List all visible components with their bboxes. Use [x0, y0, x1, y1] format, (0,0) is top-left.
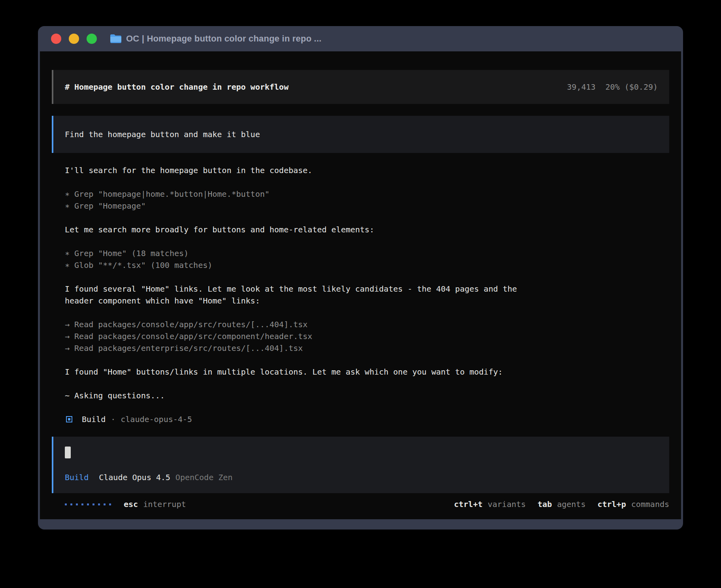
session-title: # Homepage button color change in repo w…: [65, 81, 289, 93]
variants-label: variants: [488, 498, 526, 510]
blank-line: [65, 236, 669, 247]
hint-commands: ctrl+p commands: [597, 498, 669, 510]
variants-key: ctrl+t: [454, 498, 482, 510]
assistant-text-line: I found "Home" buttons/links in multiple…: [65, 366, 669, 378]
input-mode-badge[interactable]: Build: [65, 471, 89, 483]
status-right: ctrl+t variants tab agents ctrl+p comman…: [454, 498, 669, 510]
file-read-line: → Read packages/console/app/src/componen…: [65, 330, 669, 342]
spinner-dot: [92, 503, 94, 505]
hint-variants: ctrl+t variants: [454, 498, 526, 510]
assistant-text-line: I found several "Home" links. Let me loo…: [65, 283, 669, 295]
assistant-text-line: Let me search more broadly for buttons a…: [65, 224, 669, 236]
text-cursor: [65, 447, 71, 458]
tool-call-line: ∗ Grep "Home" (18 matches): [65, 247, 669, 259]
session-stats: 39,413 20% ($0.29): [567, 81, 658, 93]
context-usage: 20% ($0.29): [606, 81, 658, 93]
hint-agents: tab agents: [538, 498, 585, 510]
blank-line: [65, 354, 669, 366]
agent-name: Build: [82, 413, 106, 425]
blank-line: [65, 307, 669, 318]
tool-call-line: ∗ Glob "**/*.tsx" (100 matches): [65, 259, 669, 271]
agents-label: agents: [557, 498, 585, 510]
minimize-button[interactable]: [69, 34, 79, 44]
prompt-input[interactable]: Build Claude Opus 4.5 OpenCode Zen: [52, 437, 669, 493]
blank-line: [65, 271, 669, 283]
working-spinner-dots: [65, 503, 111, 505]
blank-line: [65, 378, 669, 390]
user-message: Find the homepage button and make it blu…: [52, 116, 669, 153]
tool-call-line: ∗ Grep "homepage|home.*button|Home.*butt…: [65, 188, 669, 200]
commands-key: ctrl+p: [597, 498, 626, 510]
terminal-window: OC | Homepage button color change in rep…: [38, 26, 683, 530]
spinner-dot: [87, 503, 89, 505]
agent-update-row: Build · claude-opus-4-5: [65, 413, 669, 425]
esc-action-label: interrupt: [143, 498, 186, 510]
spinner-dot: [76, 503, 78, 505]
file-read-line: → Read packages/console/app/src/routes/[…: [65, 318, 669, 330]
agents-key: tab: [538, 498, 552, 510]
titlebar: OC | Homepage button color change in rep…: [40, 26, 681, 51]
status-left: esc interrupt: [65, 498, 186, 510]
blank-line: [65, 212, 669, 224]
close-button[interactable]: [51, 34, 61, 44]
input-footer: Build Claude Opus 4.5 OpenCode Zen: [65, 471, 658, 483]
agent-model: claude-opus-4-5: [121, 413, 192, 425]
session-header: # Homepage button color change in repo w…: [52, 70, 669, 104]
esc-key-hint: esc: [124, 498, 138, 510]
input-provider-name: OpenCode Zen: [176, 471, 233, 483]
assistant-text-line: header component which have "Home" links…: [65, 295, 669, 307]
zoom-button[interactable]: [87, 34, 97, 44]
separator-dot: ·: [111, 413, 115, 425]
assistant-transcript: I'll search for the homepage button in t…: [65, 164, 669, 425]
blank-line: [65, 176, 669, 188]
spinner-dot: [70, 503, 72, 505]
tool-call-line: ∗ Grep "Homepage": [65, 200, 669, 212]
traffic-lights: [51, 34, 97, 44]
folder-icon: [110, 34, 122, 43]
commands-label: commands: [631, 498, 669, 510]
input-model-name[interactable]: Claude Opus 4.5: [99, 471, 170, 483]
activity-status-line: ~ Asking questions...: [65, 390, 669, 401]
terminal-content: # Homepage button color change in repo w…: [40, 51, 681, 519]
spinner-dot: [81, 503, 83, 505]
file-read-line: → Read packages/enterprise/src/routes/[.…: [65, 342, 669, 354]
user-message-text: Find the homepage button and make it blu…: [65, 128, 260, 140]
spinner-dot: [104, 503, 106, 505]
blank-line: [65, 401, 669, 413]
token-count: 39,413: [567, 81, 595, 93]
status-bar: esc interrupt ctrl+t variants tab agents…: [52, 498, 669, 510]
assistant-text-line: I'll search for the homepage button in t…: [65, 164, 669, 176]
window-title: OC | Homepage button color change in rep…: [126, 34, 321, 44]
spinner-dot: [109, 503, 111, 505]
agent-square-icon: [66, 416, 72, 422]
spinner-dot: [98, 503, 100, 505]
spinner-dot: [65, 503, 67, 505]
